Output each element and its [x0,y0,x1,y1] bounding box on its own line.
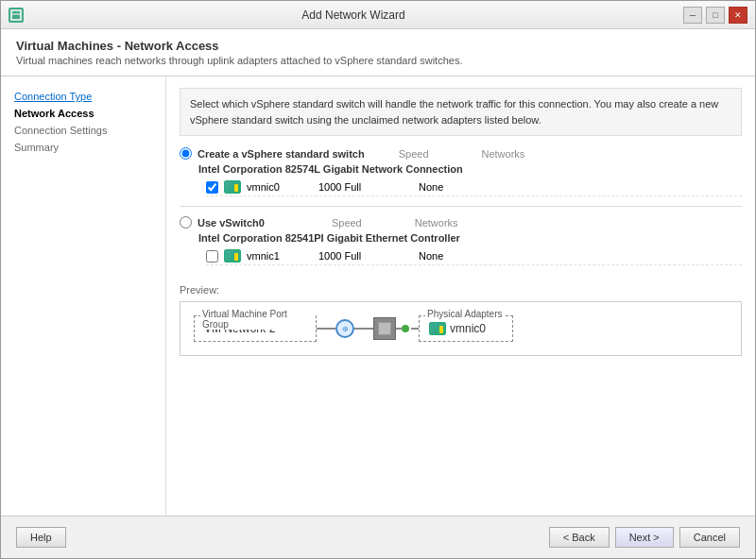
world-icon: ⊕ [335,319,354,338]
option2-adapter-checkbox[interactable] [206,250,218,263]
window-controls: ─ □ ✕ [683,7,747,24]
option2-speed: 1000 Full [318,250,413,262]
sidebar: Connection Type Network Access Connectio… [1,76,166,516]
vm-port-group-box: Virtual Machine Port Group VM Network 2 [194,315,317,342]
option1-vmnic: vmnic0 [247,181,313,193]
option1-speed-col: Speed [399,148,429,160]
option1-networks-col: Networks [482,148,525,160]
header-title: Virtual Machines - Network Access [16,39,740,53]
close-button[interactable]: ✕ [729,7,747,24]
connector-line-4 [411,328,419,330]
option1-header: Create a vSphere standard switch Speed N… [180,147,742,160]
sidebar-item-connection-settings: Connection Settings [9,122,158,139]
window-title: Add Network Wizard [24,8,683,22]
description-text: Select which vSphere standard switch wil… [180,88,742,136]
help-button[interactable]: Help [16,527,66,548]
connector-area: ⊕ [317,317,402,340]
svg-rect-0 [11,10,21,20]
option1-radio[interactable] [180,147,192,160]
option1-adapter-row: vmnic0 1000 Full None [206,178,742,196]
option2-networks: None [419,250,443,262]
header-subtitle: Virtual machines reach networks through … [16,55,740,66]
option1-section: Create a vSphere standard switch Speed N… [180,147,742,196]
preview-container: Preview: Virtual Machine Port Group VM N… [180,284,742,356]
sidebar-item-network-access: Network Access [9,105,158,122]
footer-right: < Back Next > Cancel [549,527,740,548]
green-connector [402,325,419,332]
title-bar: Add Network Wizard ─ □ ✕ [1,1,755,29]
sidebar-item-connection-type[interactable]: Connection Type [9,88,158,105]
option1-adapter-name: Intel Corporation 82574L Gigabit Network… [198,163,742,175]
adapters-group-label: Physical Adapters [425,309,505,319]
vm-group-label: Virtual Machine Port Group [200,309,316,330]
option2-networks-col: Networks [415,217,458,229]
switch-box [373,317,396,340]
option2-adapter-name: Intel Corporation 82541PI Gigabit Ethern… [198,232,742,244]
option2-speed-col: Speed [332,217,362,229]
minimize-button[interactable]: ─ [683,7,702,24]
option1-label: Create a vSphere standard switch [198,148,365,160]
option1-networks: None [419,181,443,193]
preview-nic-icon [429,322,446,335]
preview-adapter-item: vmnic0 [429,322,503,335]
divider1 [180,206,742,207]
content-area: Connection Type Network Access Connectio… [1,76,755,516]
footer: Help < Back Next > Cancel [1,516,755,558]
green-dot-icon [402,325,409,332]
preview-label: Preview: [180,284,742,296]
option2-adapter-row: vmnic1 1000 Full None [206,247,742,265]
preview-adapter-name: vmnic0 [450,322,486,335]
connector-line-left [317,328,335,330]
option1-adapter-checkbox[interactable] [206,181,218,194]
back-button[interactable]: < Back [549,527,610,548]
option1-speed: 1000 Full [318,181,413,193]
option2-label: Use vSwitch0 [198,217,265,229]
wizard-window: Add Network Wizard ─ □ ✕ Virtual Machine… [0,0,756,559]
sidebar-item-summary: Summary [9,139,158,156]
next-button[interactable]: Next > [615,527,674,548]
maximize-button[interactable]: □ [706,7,725,24]
switch-box-area [373,317,396,340]
preview-inner: Virtual Machine Port Group VM Network 2 … [188,310,733,347]
main-panel: Select which vSphere standard switch wil… [166,76,755,516]
connector-line-right [354,328,373,330]
switch-inner [378,322,391,335]
window-icon [9,8,24,23]
adapters-group-box: Physical Adapters vmnic0 [419,315,513,342]
cancel-button[interactable]: Cancel [679,527,740,548]
preview-diagram: Virtual Machine Port Group VM Network 2 … [180,301,742,356]
option2-section: Use vSwitch0 Speed Networks Intel Corpor… [180,216,742,265]
header-section: Virtual Machines - Network Access Virtua… [1,29,755,76]
option1-nic-icon [224,180,241,194]
option2-nic-icon [224,249,241,263]
option2-header: Use vSwitch0 Speed Networks [180,216,742,229]
option2-radio[interactable] [180,216,192,229]
option2-vmnic: vmnic1 [247,250,313,262]
